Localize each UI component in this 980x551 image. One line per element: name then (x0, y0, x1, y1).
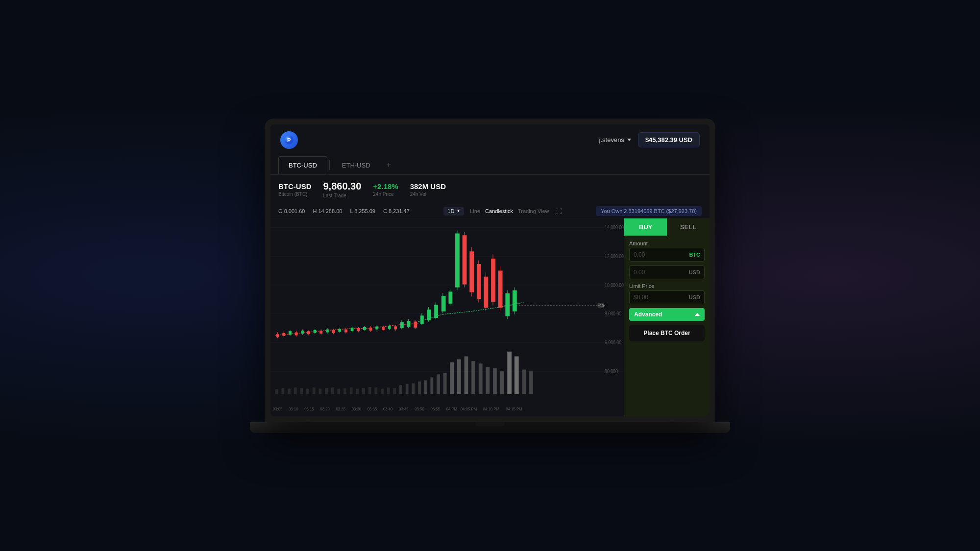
svg-rect-126 (430, 377, 433, 394)
open-label: O 8,001.60 (278, 208, 305, 214)
svg-text:04:05 PM: 04:05 PM (461, 406, 477, 411)
svg-rect-132 (471, 361, 475, 394)
limit-price-section: Limit Price USD (629, 283, 705, 304)
svg-text:14,000.00: 14,000.00 (605, 224, 624, 230)
svg-rect-33 (301, 330, 304, 333)
svg-text:8,000.00: 8,000.00 (605, 311, 621, 316)
svg-rect-83 (463, 235, 467, 284)
user-menu[interactable]: j.stevens (599, 136, 631, 144)
svg-rect-115 (362, 388, 365, 394)
svg-text:03:30: 03:30 (352, 406, 362, 411)
laptop-shell: P j.stevens $45,382.39 USD (265, 119, 715, 422)
svg-text:03:25: 03:25 (336, 406, 345, 411)
svg-text:10,000.00: 10,000.00 (605, 282, 624, 287)
chevron-up-icon (695, 313, 700, 316)
svg-rect-101 (275, 389, 278, 394)
svg-rect-81 (455, 233, 460, 287)
svg-rect-102 (281, 388, 284, 394)
ohlc-values: O 8,001.60 H 14,288.00 L 8,255.09 C 8,23… (278, 208, 410, 214)
svg-text:03:35: 03:35 (368, 406, 377, 411)
svg-rect-27 (282, 333, 285, 335)
chart-area[interactable]: 14,000.00 12,000.00 10,000.00 8,000.00 6… (270, 218, 624, 416)
market-change: +2.18% 24h Price (373, 182, 398, 197)
svg-text:03:50: 03:50 (415, 406, 424, 411)
view-line[interactable]: Line (470, 208, 480, 214)
view-trading[interactable]: Trading View (518, 208, 549, 214)
svg-rect-131 (465, 356, 468, 394)
svg-rect-35 (307, 331, 310, 334)
svg-rect-107 (313, 387, 316, 394)
btc-amount-input[interactable] (630, 248, 685, 261)
chart-controls: O 8,001.60 H 14,288.00 L 8,255.09 C 8,23… (270, 204, 710, 218)
svg-line-23 (500, 302, 524, 307)
svg-rect-95 (505, 293, 510, 316)
sell-tab[interactable]: SELL (667, 218, 710, 236)
svg-text:04 PM: 04 PM (446, 406, 458, 411)
svg-rect-77 (441, 295, 446, 311)
svg-text:6,000.00: 6,000.00 (605, 339, 621, 345)
svg-rect-108 (318, 388, 321, 394)
svg-rect-104 (294, 387, 297, 394)
svg-rect-129 (450, 362, 454, 394)
svg-rect-51 (357, 328, 360, 331)
svg-rect-110 (331, 387, 334, 394)
svg-rect-135 (493, 368, 497, 394)
app-container: P j.stevens $45,382.39 USD (270, 124, 710, 416)
fullscreen-button[interactable]: ⛶ (555, 207, 562, 215)
svg-rect-113 (350, 387, 353, 394)
svg-rect-71 (420, 315, 424, 324)
svg-text:12,000.00: 12,000.00 (605, 253, 624, 259)
svg-rect-57 (375, 326, 378, 329)
svg-rect-75 (434, 305, 438, 318)
svg-rect-136 (500, 371, 504, 394)
usd-currency: USD (685, 269, 704, 275)
svg-rect-112 (343, 388, 346, 394)
svg-rect-93 (498, 270, 503, 308)
svg-rect-109 (325, 388, 328, 394)
svg-rect-125 (424, 380, 427, 394)
svg-rect-63 (394, 326, 397, 329)
svg-text:~10k: ~10k (598, 303, 605, 308)
svg-rect-137 (507, 351, 512, 394)
svg-rect-124 (418, 381, 421, 394)
limit-price-input[interactable] (630, 291, 685, 304)
svg-rect-116 (368, 387, 371, 394)
usd-amount-input[interactable] (630, 266, 685, 279)
place-order-button[interactable]: Place BTC Order (629, 325, 705, 341)
svg-rect-79 (448, 291, 452, 303)
svg-rect-140 (529, 371, 533, 394)
close-label: C 8,231.47 (383, 208, 410, 214)
tab-eth-usd[interactable]: ETH-USD (332, 156, 381, 174)
svg-rect-65 (400, 322, 404, 328)
svg-rect-103 (288, 388, 291, 394)
svg-rect-59 (382, 327, 385, 330)
market-pair: BTC-USD Bitcoin (BTC) (278, 182, 312, 197)
svg-text:03:15: 03:15 (304, 406, 314, 411)
limit-currency: USD (685, 294, 704, 300)
svg-rect-130 (457, 359, 461, 394)
advanced-row[interactable]: Advanced (629, 308, 705, 321)
svg-rect-43 (332, 330, 335, 333)
timeframe-button[interactable]: 1D ▼ (443, 207, 464, 216)
buy-tab[interactable]: BUY (624, 218, 667, 236)
svg-rect-111 (337, 388, 340, 394)
tab-btc-usd[interactable]: BTC-USD (278, 156, 327, 174)
view-candlestick[interactable]: Candlestick (485, 208, 513, 214)
tab-add-button[interactable]: + (381, 156, 397, 174)
svg-rect-120 (393, 388, 396, 394)
balance-badge[interactable]: $45,382.39 USD (638, 132, 700, 147)
logo: P (280, 131, 298, 149)
svg-rect-118 (381, 388, 384, 394)
btc-amount-group: BTC (629, 248, 705, 262)
svg-text:03:05: 03:05 (273, 406, 283, 411)
svg-rect-105 (300, 388, 303, 394)
svg-rect-87 (477, 264, 481, 299)
svg-rect-39 (319, 330, 322, 333)
svg-rect-119 (387, 387, 390, 394)
svg-rect-122 (406, 383, 409, 394)
svg-rect-47 (344, 329, 347, 332)
svg-rect-37 (314, 330, 317, 333)
username: j.stevens (599, 136, 624, 144)
svg-rect-114 (356, 388, 359, 394)
laptop-base (250, 422, 730, 433)
